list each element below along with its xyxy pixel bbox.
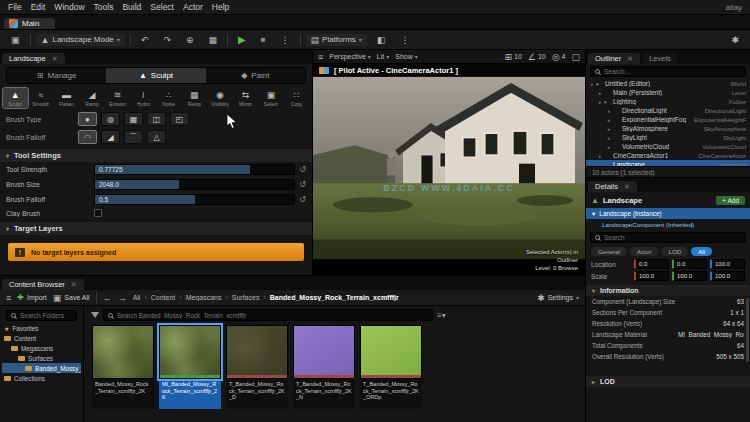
visibility-eye-icon[interactable]: ● <box>607 117 610 123</box>
outliner-search-input[interactable] <box>604 68 741 75</box>
details-scrollbar[interactable] <box>746 298 749 362</box>
outliner-row-skylight[interactable]: ●SkyLightSkyLight <box>586 133 750 142</box>
add-content-icon[interactable]: ⊕ <box>181 34 199 46</box>
add-component-button[interactable]: + Add <box>716 196 745 205</box>
grid-snap-control[interactable]: ⊞10 <box>505 52 522 62</box>
view-mode-dropdown[interactable]: Lit▾ <box>377 53 389 60</box>
editor-mode-dropdown[interactable]: ▲ Landscape Mode ▾ <box>36 34 125 46</box>
visibility-eye-icon[interactable]: ● <box>598 99 601 105</box>
tab-outliner[interactable]: Outliner ✕ <box>588 53 640 64</box>
tool-visibility[interactable]: ◉Visibility <box>208 88 233 108</box>
tab-landscape[interactable]: Landscape ✕ <box>2 53 65 64</box>
details-search-input[interactable] <box>604 234 741 241</box>
visibility-eye-icon[interactable]: ● <box>607 135 610 141</box>
tool-smooth[interactable]: ≈Smooth <box>29 88 54 108</box>
view-options-icon[interactable]: ≡▾ <box>437 311 446 320</box>
breadcrumb-all[interactable]: All <box>133 294 141 301</box>
component-row-landscape-instance[interactable]: ▾ Landscape (Instance) <box>586 208 750 219</box>
brush-size-slider[interactable]: 2048.0 <box>94 179 295 190</box>
brush-falloff-slider[interactable]: 0.5 <box>94 194 295 205</box>
play-button[interactable]: ▶ <box>233 33 251 46</box>
pilot-camera-banner[interactable]: [ Pilot Active - CineCameraActor1 ] <box>313 64 585 77</box>
landscape-warning-banner[interactable]: ! No target layers assigned <box>8 243 304 261</box>
close-icon[interactable]: ✕ <box>71 281 77 289</box>
visibility-eye-icon[interactable]: ● <box>598 90 601 96</box>
lod-section-header[interactable]: ▸ LOD <box>586 376 750 387</box>
toolbar-more-icon[interactable]: ⋮ <box>395 34 414 46</box>
filter-lod[interactable]: LOD <box>661 247 688 256</box>
prop-landscape-material[interactable]: Landscape MaterialMI_Banded_Mossy_Rock..… <box>586 329 750 340</box>
asset-search-input[interactable] <box>117 312 428 319</box>
outliner-row-heightfog[interactable]: ●ExponentialHeightFogExponentialHeightFo… <box>586 115 750 124</box>
falloff-linear-icon[interactable]: ◢ <box>101 130 120 144</box>
location-y-field[interactable]: 0.0 <box>672 259 707 269</box>
visibility-eye-icon[interactable]: ● <box>590 81 593 87</box>
menu-file[interactable]: File <box>8 2 22 12</box>
redo-icon[interactable]: ↷ <box>158 34 176 46</box>
rotation-snap-control[interactable]: ∠10 <box>528 52 546 62</box>
tree-item-collections[interactable]: Collections <box>2 373 81 383</box>
tree-item-banded-mossy-rock[interactable]: Banded_Mossy_Rock_Terr... <box>2 363 81 373</box>
filter-funnel-icon[interactable] <box>91 312 99 318</box>
mode-paint[interactable]: ◆ Paint <box>206 68 305 83</box>
save-all-button[interactable]: ▣Save All <box>53 293 90 303</box>
brush-circle-icon[interactable]: ● <box>78 112 97 126</box>
menu-build[interactable]: Build <box>122 2 141 12</box>
tree-item-content[interactable]: Content <box>2 333 81 343</box>
outliner-row-skyatmosphere[interactable]: ●SkyAtmosphereSkyAtmosphere <box>586 124 750 133</box>
falloff-spherical-icon[interactable]: ⌒ <box>124 130 143 144</box>
asset-tile-normal-texture[interactable]: T_Banded_Mossy_Rock_Terrain_xcmfffjr_2K_… <box>293 325 355 409</box>
scale-x-field[interactable]: 100.0 <box>634 271 669 281</box>
brush-pattern-icon[interactable]: ▦ <box>124 112 143 126</box>
play-options-icon[interactable]: ⋮ <box>276 34 295 46</box>
tool-copy[interactable]: ∷Copy <box>284 88 309 108</box>
maximize-viewport-icon[interactable]: ▢ <box>571 52 580 62</box>
menu-select[interactable]: Select <box>150 2 174 12</box>
reset-to-default-icon[interactable]: ↺ <box>299 165 306 174</box>
mode-manage[interactable]: ⊞ Manage <box>7 68 106 83</box>
tab-details[interactable]: Details ✕ <box>588 181 637 192</box>
breadcrumb-surfaces[interactable]: Surfaces <box>232 294 260 301</box>
target-layers-header[interactable]: ▾ Target Layers <box>0 222 312 235</box>
asset-tile-material-instance[interactable]: MI_Banded_Mossy_Rock_Terrain_xcmfffjr_2K <box>159 325 221 409</box>
menu-tools[interactable]: Tools <box>94 2 114 12</box>
falloff-tip-icon[interactable]: △ <box>147 130 166 144</box>
outliner-row-level[interactable]: ●Main (Persistent)Level <box>586 88 750 97</box>
breadcrumb-current-folder[interactable]: Banded_Mossy_Rock_Terrain_xcmfffjr <box>270 294 399 301</box>
menu-edit[interactable]: Edit <box>31 2 46 12</box>
filter-general[interactable]: General <box>591 247 627 256</box>
outliner-row-directionallight[interactable]: ●DirectionalLightDirectionalLight <box>586 106 750 115</box>
asset-tile-ordp-texture[interactable]: T_Banded_Mossy_Rock_Terrain_xcmfffjr_2K_… <box>360 325 422 409</box>
menu-actor[interactable]: Actor <box>183 2 203 12</box>
brush-component-icon[interactable]: ◫ <box>147 112 166 126</box>
information-section-header[interactable]: ▾ Information <box>586 285 750 296</box>
stop-button[interactable]: ■ <box>256 34 271 45</box>
tool-noise[interactable]: ∴Noise <box>156 88 181 108</box>
tool-flatten[interactable]: ▬Flatten <box>54 88 79 108</box>
location-x-field[interactable]: 0.0 <box>634 259 669 269</box>
tab-content-browser[interactable]: Content Browser ✕ <box>2 279 84 290</box>
falloff-smooth-icon[interactable]: ◠ <box>78 130 97 144</box>
perspective-dropdown[interactable]: Perspective▾ <box>329 53 371 60</box>
visibility-eye-icon[interactable]: ● <box>598 153 601 159</box>
outliner-row-lighting-folder[interactable]: ●▾LightingFolder <box>586 97 750 106</box>
tree-item-favorites[interactable]: ★Favorites <box>2 323 81 333</box>
overlay-line[interactable]: Level: 0 Browse <box>526 264 578 272</box>
tree-item-megascans[interactable]: Megascans <box>2 343 81 353</box>
tab-main-level[interactable]: Main <box>4 18 55 29</box>
platforms-dropdown[interactable]: ▤ Platforms ▾ <box>306 34 367 46</box>
viewport-options-icon[interactable]: ≡ <box>318 52 323 62</box>
tool-strength-slider[interactable]: 0.77725 <box>94 164 295 175</box>
back-icon[interactable]: ← <box>103 293 112 303</box>
visibility-eye-icon[interactable]: ● <box>607 144 610 150</box>
undo-icon[interactable]: ↶ <box>136 34 154 46</box>
forward-icon[interactable]: → <box>118 293 127 303</box>
cb-settings-button[interactable]: ✱Settings▾ <box>537 293 579 303</box>
close-icon[interactable]: ✕ <box>627 55 633 63</box>
import-button[interactable]: ✚Import <box>17 293 47 302</box>
breadcrumb-content[interactable]: Content <box>151 294 176 301</box>
save-icon[interactable]: ▣ <box>6 34 25 46</box>
outliner-row-volumetriccloud[interactable]: ●VolumetricCloudVolumetricCloud <box>586 142 750 151</box>
close-icon[interactable]: ✕ <box>52 55 58 63</box>
asset-tile-albedo-texture[interactable]: T_Banded_Mossy_Rock_Terrain_xcmfffjr_2K_… <box>226 325 288 409</box>
